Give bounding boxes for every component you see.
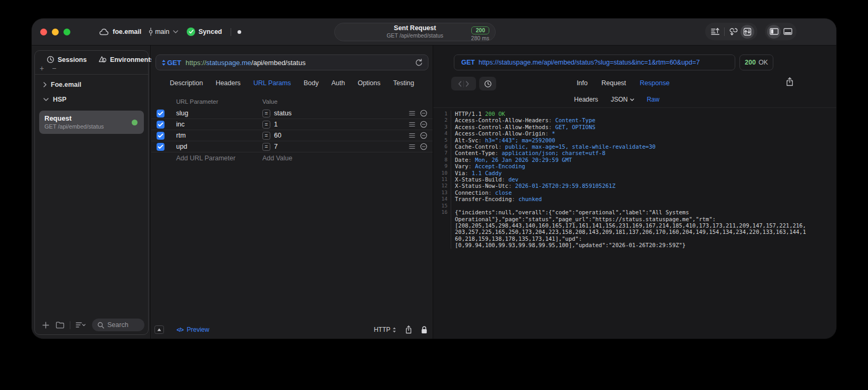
line-number: 3 xyxy=(433,124,451,130)
tab-headers[interactable]: Headers xyxy=(216,79,241,87)
history-clock-icon xyxy=(47,56,54,64)
tab-auth[interactable]: Auth xyxy=(331,79,345,87)
param-checkbox[interactable] xyxy=(157,143,165,151)
response-code-line: Operational"},"page":"status","page_url"… xyxy=(433,216,836,222)
toggle-left-sidebar-button[interactable] xyxy=(767,25,781,39)
remove-param-icon[interactable] xyxy=(420,110,427,117)
sidebar-add-button[interactable]: + xyxy=(40,65,44,72)
line-number: 11 xyxy=(433,176,451,183)
minimize-window-button[interactable] xyxy=(52,29,59,35)
response-body-viewer[interactable]: 1HTTP/1.1 200 OK2Access-Control-Allow-He… xyxy=(433,108,836,339)
protocol-select[interactable]: HTTP xyxy=(374,326,396,333)
line-number: 12 xyxy=(433,183,451,189)
remove-param-icon[interactable] xyxy=(420,121,427,128)
param-row-slug: slug=status xyxy=(151,108,433,119)
sidebar-search-input[interactable]: Search xyxy=(92,319,144,331)
pull-changes-button[interactable] xyxy=(727,25,741,39)
sync-requests-button[interactable] xyxy=(741,25,754,39)
param-checkbox[interactable] xyxy=(157,121,165,129)
param-value-input[interactable]: 7 xyxy=(274,143,278,150)
resend-request-icon[interactable] xyxy=(415,59,423,67)
param-name-input[interactable]: upd xyxy=(176,143,262,150)
reorder-handle-icon[interactable] xyxy=(409,133,415,138)
export-response-icon[interactable] xyxy=(786,77,793,86)
response-code-line: 60,218,159,138,178,135,173,141],"upd": xyxy=(433,235,836,242)
param-name-input[interactable]: rtm xyxy=(176,132,262,139)
branch-name[interactable]: main xyxy=(155,28,169,35)
sidebar-tab-sessions[interactable]: Sessions xyxy=(47,56,87,64)
tree-group-foe-email[interactable]: Foe.email xyxy=(39,81,144,96)
line-number: 13 xyxy=(433,189,451,196)
param-value-input[interactable]: 60 xyxy=(274,132,281,139)
request-url-bar[interactable]: GET https://statuspage.me/api/embed/stat… xyxy=(156,55,428,70)
sidebar-tab-environments[interactable]: Environments xyxy=(98,56,154,64)
param-value-input[interactable]: status xyxy=(274,110,291,117)
sort-options-button[interactable] xyxy=(72,322,89,328)
url-path[interactable]: /api/embed/status xyxy=(251,59,306,67)
branch-chevron-down-icon[interactable] xyxy=(173,30,178,33)
reorder-handle-icon[interactable] xyxy=(409,111,415,116)
url-scheme[interactable]: https:// xyxy=(186,59,206,67)
remove-param-icon[interactable] xyxy=(420,132,427,139)
synced-check-icon xyxy=(187,28,195,36)
param-row-upd: upd=7 xyxy=(151,141,433,152)
param-checkbox[interactable] xyxy=(157,132,165,140)
zoom-window-button[interactable] xyxy=(63,29,70,35)
method-stepper-icon[interactable] xyxy=(161,59,166,66)
new-request-button[interactable] xyxy=(39,322,52,329)
response-subtab-raw[interactable]: Raw xyxy=(647,96,660,103)
response-subtab-headers[interactable]: Headers xyxy=(574,96,598,103)
param-checkbox[interactable] xyxy=(157,110,165,117)
preview-button[interactable]: </> Preview xyxy=(177,326,209,333)
url-host[interactable]: statuspage.me xyxy=(206,59,251,67)
request-list-item-selected[interactable]: Request GET /api/embed/status xyxy=(39,111,144,134)
response-pane: GET https://statuspage.me/api/embed/stat… xyxy=(433,46,836,339)
reorder-handle-icon[interactable] xyxy=(409,122,415,127)
response-subtab-json[interactable]: JSON xyxy=(611,96,634,103)
param-name-input[interactable]: inc xyxy=(176,121,262,128)
new-folder-button[interactable] xyxy=(52,321,68,329)
add-param-name-placeholder[interactable]: Add URL Parameter xyxy=(176,155,262,162)
response-tab-request[interactable]: Request xyxy=(601,79,626,87)
line-number xyxy=(433,222,451,229)
tab-testing[interactable]: Testing xyxy=(393,79,414,87)
sent-request-summary[interactable]: Sent Request GET /api/embed/status 200 2… xyxy=(334,23,496,41)
titlebar-divider xyxy=(231,28,231,36)
close-window-button[interactable] xyxy=(40,29,47,35)
response-code-line: [208,205,145,298,443,140,160,165,171,161… xyxy=(433,222,836,229)
request-method[interactable]: GET xyxy=(167,59,181,67)
response-tab-info[interactable]: Info xyxy=(577,79,588,87)
remove-param-icon[interactable] xyxy=(420,143,427,150)
response-code-line: 13Connection: close xyxy=(433,189,836,196)
import-export-button[interactable] xyxy=(708,25,722,39)
panel-toggles-group xyxy=(765,23,797,40)
response-tab-response[interactable]: Response xyxy=(640,79,670,87)
tab-description[interactable]: Description xyxy=(170,79,203,87)
preview-label: Preview xyxy=(187,326,209,333)
tab-options[interactable]: Options xyxy=(358,79,380,87)
tab-body[interactable]: Body xyxy=(304,79,319,87)
request-editor-tabs: DescriptionHeadersURL ParamsBodyAuthOpti… xyxy=(151,79,433,87)
tree-group-hsp[interactable]: HSP xyxy=(39,96,144,111)
lock-icon[interactable] xyxy=(421,326,427,334)
sent-request-url-display[interactable]: GET https://statuspage.me/api/embed/stat… xyxy=(454,55,735,70)
param-row-rtm: rtm=60 xyxy=(151,130,433,141)
param-value-input[interactable]: 1 xyxy=(274,121,278,128)
add-param-value-placeholder[interactable]: Add Value xyxy=(262,155,293,162)
response-subtabs: HeadersJSONRaw xyxy=(415,96,818,103)
reorder-handle-icon[interactable] xyxy=(409,144,415,149)
share-request-icon[interactable] xyxy=(405,325,412,334)
param-name-input[interactable]: slug xyxy=(176,110,262,117)
sessions-tree: Foe.email HSP Request GET /api/embed/sta… xyxy=(35,75,148,134)
response-request-method: GET xyxy=(461,59,475,66)
sidebar-remove-button[interactable]: − xyxy=(52,65,56,72)
response-code-line: 14Transfer-Encoding: chunked xyxy=(433,196,836,202)
project-name[interactable]: foe.email xyxy=(113,28,141,35)
toggle-bottom-panel-button[interactable] xyxy=(781,25,794,39)
tree-group-label: Foe.email xyxy=(51,81,81,88)
response-code-line: 15 xyxy=(433,203,836,209)
equals-icon: = xyxy=(262,132,270,140)
request-status-dot xyxy=(132,120,138,125)
tab-url-params[interactable]: URL Params xyxy=(253,79,291,87)
expand-console-button[interactable] xyxy=(154,325,164,334)
